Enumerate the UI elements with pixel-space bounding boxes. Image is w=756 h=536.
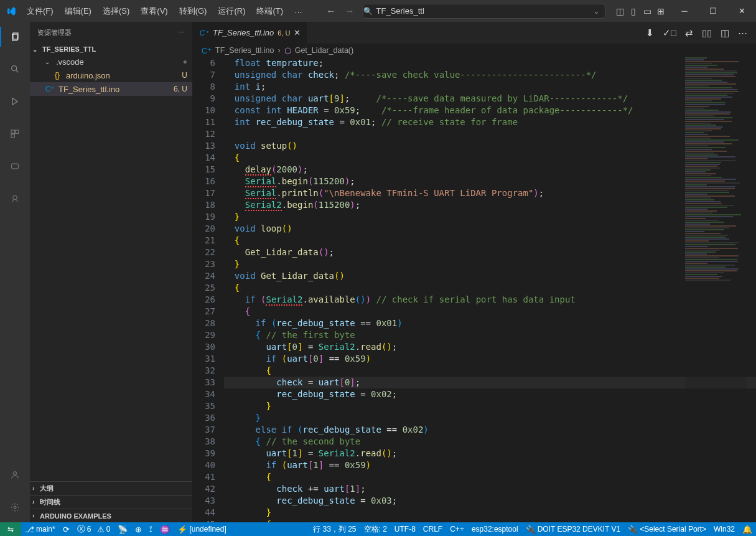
- branch-icon: ⎇: [25, 525, 34, 534]
- customize-layout-icon[interactable]: ⊞: [654, 6, 668, 16]
- menu-go[interactable]: 转到(G): [174, 3, 212, 19]
- svg-line-10: [12, 200, 13, 202]
- verify-icon[interactable]: ✓□: [663, 27, 676, 39]
- sb-branch[interactable]: ⎇main*: [21, 522, 59, 536]
- sb-icon1[interactable]: ⊕: [131, 522, 146, 536]
- breadcrumb-file[interactable]: TF_Series_ttl.ino: [215, 46, 274, 55]
- more-icon[interactable]: ⋯: [738, 27, 747, 39]
- svg-rect-8: [12, 164, 19, 169]
- section-arduino-examples[interactable]: ›ARDUINO EXAMPLES: [30, 509, 192, 522]
- statusbar: ⇆ ⎇main* ⟳ ⓧ6 ⚠0 📡 ⊕ ⟟ ♒ ⚡[undefined] 行 …: [0, 522, 756, 536]
- svg-point-2: [12, 66, 17, 71]
- sync-icon: ⟳: [63, 525, 70, 534]
- menu-edit[interactable]: 编辑(E): [60, 3, 96, 19]
- menu-more[interactable]: …: [289, 3, 307, 19]
- activity-debug[interactable]: [0, 92, 30, 111]
- activity-extensions[interactable]: [0, 124, 30, 144]
- sidebar: 资源管理器 ⋯ ⌄TF_SERIES_TTL ⌄.vscode ● {} ard…: [30, 22, 193, 522]
- titlebar: 文件(F) 编辑(E) 选择(S) 查看(V) 转到(G) 运行(R) 终端(T…: [0, 0, 756, 22]
- split-icon[interactable]: ◫: [721, 27, 729, 39]
- remote-button[interactable]: ⇆: [0, 522, 21, 536]
- tab-active[interactable]: C⁺ TF_Series_ttl.ino 6, U ✕: [193, 22, 307, 44]
- warning-icon: ⚠: [97, 525, 105, 534]
- bell-icon: 🔔: [742, 525, 752, 534]
- sidebar-more-icon[interactable]: ⋯: [178, 29, 185, 37]
- cpp-icon: C⁺: [202, 46, 212, 55]
- sb-problems[interactable]: ⓧ6 ⚠0: [73, 522, 114, 536]
- activity-search[interactable]: [0, 59, 30, 79]
- activity-settings[interactable]: [0, 497, 30, 517]
- sb-sync[interactable]: ⟳: [59, 522, 73, 536]
- activity-account[interactable]: [0, 465, 30, 485]
- sb-cursor-pos[interactable]: 行 33，列 25: [309, 522, 360, 536]
- sidebar-header: 资源管理器 ⋯: [30, 22, 192, 44]
- maximize-button[interactable]: ☐: [699, 0, 727, 22]
- tab-actions: ⬇ ✓□ ⇄ ▯▯ ◫ ⋯: [637, 22, 756, 44]
- search-box[interactable]: 🔍 TF_Series_ttl ⌄: [363, 4, 605, 19]
- svg-line-3: [16, 70, 18, 72]
- file-tree: ⌄TF_SERIES_TTL ⌄.vscode ● {} arduino.jso…: [30, 44, 192, 481]
- tabs: C⁺ TF_Series_ttl.ino 6, U ✕ ⬇ ✓□ ⇄ ▯▯ ◫ …: [193, 22, 756, 44]
- close-button[interactable]: ✕: [727, 0, 756, 22]
- toggle-bottom-icon[interactable]: ▭: [640, 6, 654, 16]
- sb-port[interactable]: ⚡[undefined]: [174, 522, 230, 536]
- activity-arduino[interactable]: [0, 156, 30, 176]
- sb-board[interactable]: 🔌DOIT ESP32 DEVKIT V1: [522, 522, 625, 536]
- menu-view[interactable]: 查看(V): [136, 3, 172, 19]
- plug-icon: 🔌: [628, 525, 638, 534]
- sb-lang[interactable]: C++: [446, 522, 468, 536]
- sb-icon3[interactable]: ♒: [156, 522, 174, 536]
- code-area[interactable]: 6789101112131415161718192021222324252627…: [193, 57, 756, 522]
- minimize-button[interactable]: ─: [670, 0, 699, 22]
- nav-forward[interactable]: →: [345, 6, 355, 17]
- remote-icon: ⇆: [7, 525, 14, 534]
- tree-folder-vscode[interactable]: ⌄.vscode ●: [30, 55, 192, 68]
- tree-root[interactable]: ⌄TF_SERIES_TTL: [30, 44, 192, 55]
- toggle-sidebar-icon[interactable]: ▯: [627, 6, 640, 16]
- menu-file[interactable]: 文件(F): [22, 3, 58, 19]
- sb-programmer[interactable]: esp32:esptool: [468, 522, 522, 536]
- command-center: 🔍 TF_Series_ttl ⌄: [355, 4, 613, 19]
- svg-marker-4: [12, 98, 17, 105]
- menu-run[interactable]: 运行(R): [213, 3, 250, 19]
- breadcrumb-func[interactable]: Get_Lidar_data(): [295, 46, 354, 55]
- sb-serial[interactable]: 🔌<Select Serial Port>: [624, 522, 710, 536]
- plug-icon: ⚡: [177, 525, 187, 534]
- sb-encoding[interactable]: UTF-8: [391, 522, 419, 536]
- gutter: 6789101112131415161718192021222324252627…: [193, 57, 224, 522]
- main-area: 资源管理器 ⋯ ⌄TF_SERIES_TTL ⌄.vscode ● {} ard…: [0, 22, 756, 522]
- svg-point-9: [13, 195, 17, 200]
- breadcrumbs[interactable]: C⁺ TF_Series_ttl.ino › ⬡ Get_Lidar_data(…: [193, 44, 756, 57]
- cpp-icon: C⁺: [199, 28, 209, 38]
- activity-platformio[interactable]: [0, 189, 30, 209]
- activity-explorer[interactable]: [0, 27, 30, 47]
- compare-icon[interactable]: ⇄: [685, 27, 693, 39]
- window-controls: ─ ☐ ✕: [670, 0, 756, 22]
- upload-icon[interactable]: ⬇: [646, 27, 654, 39]
- sb-icon2[interactable]: ⟟: [146, 522, 156, 536]
- tab-close-icon[interactable]: ✕: [294, 28, 301, 37]
- svg-rect-5: [11, 130, 14, 133]
- section-timeline[interactable]: ›时间线: [30, 495, 192, 509]
- tree-file-ino[interactable]: C⁺ TF_Series_ttl.ino 6, U: [30, 82, 192, 96]
- section-outline[interactable]: ›大纲: [30, 481, 192, 495]
- toggle-panel-icon[interactable]: ◫: [613, 6, 627, 16]
- nav-back[interactable]: ←: [326, 6, 336, 17]
- code[interactable]: float temprature; unsigned char check; /…: [224, 57, 756, 522]
- menu-selection[interactable]: 选择(S): [98, 3, 134, 19]
- sb-eol[interactable]: CRLF: [419, 522, 446, 536]
- sb-notifications[interactable]: 🔔: [739, 522, 756, 536]
- sidebar-title: 资源管理器: [37, 28, 72, 37]
- library-icon[interactable]: ▯▯: [702, 27, 712, 39]
- error-icon: ⓧ: [77, 524, 85, 535]
- menu-terminal[interactable]: 终端(T): [251, 3, 288, 19]
- plug-icon: 🔌: [526, 525, 536, 534]
- sb-spaces[interactable]: 空格: 2: [360, 522, 391, 536]
- cpp-icon: C⁺: [45, 84, 55, 94]
- minimap[interactable]: [685, 57, 747, 505]
- search-icon: 🔍: [363, 7, 373, 16]
- sb-os[interactable]: Win32: [710, 522, 739, 536]
- tree-file-arduino-json[interactable]: {} arduino.json U: [30, 68, 192, 82]
- sidebar-bottom: ›大纲 ›时间线 ›ARDUINO EXAMPLES: [30, 481, 192, 522]
- sb-radio[interactable]: 📡: [114, 522, 131, 536]
